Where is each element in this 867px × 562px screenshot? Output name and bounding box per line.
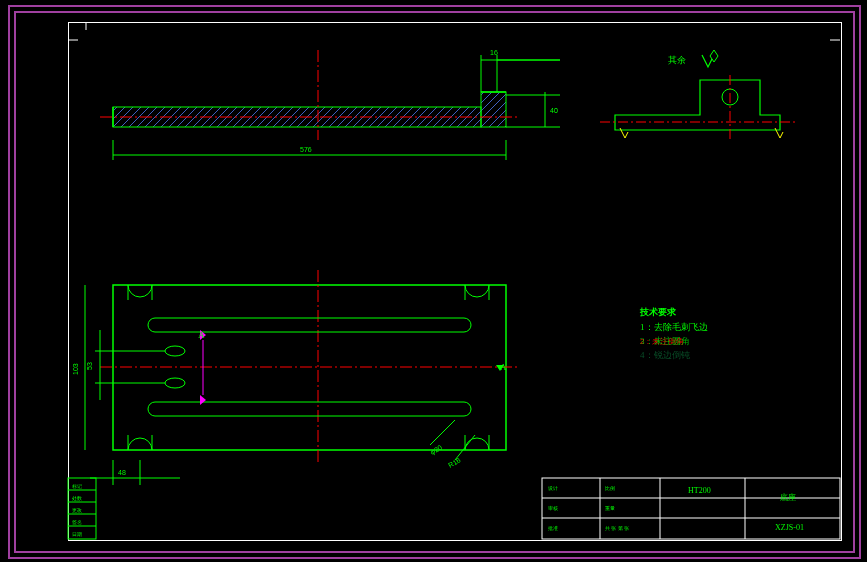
other-label: 其余 (668, 55, 686, 65)
dim-top2: 40 (550, 107, 558, 114)
tb-mass: 重量 (605, 505, 615, 511)
tech-title: 技术要求 (639, 307, 677, 317)
rev-table: 标记 处数 更改 签名 日期 (68, 478, 96, 539)
dim-obl1: φ20 (429, 444, 444, 457)
bottom-dimensions: 48 53 103 φ20 R16 (72, 285, 475, 485)
tb-des: 设计 (548, 485, 558, 491)
detail-view: 其余 (600, 50, 795, 140)
plan-view: A A (100, 270, 520, 465)
tech-l1: 1：去除毛刺飞边 (640, 322, 708, 332)
tb-scale: 比例 (605, 485, 615, 491)
tech-l3: 3：未注圆角 (640, 336, 690, 346)
dim-top1: 16 (490, 49, 498, 56)
rev-r2: 处数 (72, 495, 82, 501)
svg-point-35 (165, 378, 185, 388)
a-mark-top: A (198, 330, 205, 340)
svg-rect-1 (481, 92, 506, 127)
frame-ticks (68, 22, 840, 40)
tb-app: 批准 (548, 525, 558, 531)
dim-obl2: R16 (447, 456, 462, 469)
tech-l4: 4：锐边倒钝 (640, 350, 690, 360)
part-name: 底座 (780, 493, 796, 502)
title-block: HT200 底座 XZJS-01 设计 审核 批准 比例 重量 共 张 第 张 (542, 478, 840, 539)
svg-line-44 (430, 420, 455, 445)
rev-r1: 标记 (71, 483, 82, 489)
dim-b1: 48 (118, 469, 126, 476)
dim-side: 53 (86, 362, 93, 370)
drawing-svg: 16 40 576 其余 A A 48 53 103 φ20 R16 技术要求 … (0, 0, 867, 562)
tb-sheet: 共 张 第 张 (605, 525, 629, 531)
dim-main-len: 576 (300, 146, 312, 153)
dim-height: 103 (72, 363, 79, 375)
tech-requirements: 技术要求 1：去除毛刺飞边 2：未注倒角 3：未注圆角 4：锐边倒钝 (639, 307, 708, 360)
top-section-view (100, 50, 520, 140)
part-no: HT200 (688, 486, 711, 495)
rev-r3: 更改 (72, 507, 82, 513)
drawing-no: XZJS-01 (775, 523, 804, 532)
rev-r5: 日期 (72, 531, 82, 537)
cad-canvas: 16 40 576 其余 A A 48 53 103 φ20 R16 技术要求 … (0, 0, 867, 562)
svg-point-34 (165, 346, 185, 356)
rev-r4: 签名 (72, 519, 82, 525)
tb-chk: 审核 (548, 505, 558, 511)
